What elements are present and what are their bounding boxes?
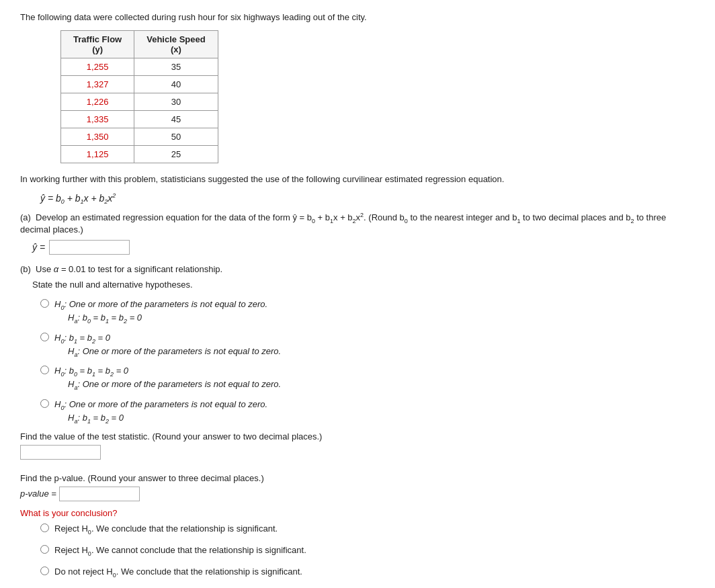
hypothesis-radio-1[interactable]	[40, 299, 49, 308]
p-value-input[interactable]	[59, 487, 140, 501]
conclusion-option-1: Reject H0. We conclude that the relation…	[40, 522, 695, 537]
hypotheses-intro: State the null and alternative hypothese…	[32, 278, 695, 292]
table-cell-x: 50	[134, 128, 218, 146]
hypothesis-ha-4: Ha: b1 = b2 = 0	[68, 413, 267, 425]
part-b-letter: (b)	[20, 264, 31, 274]
hypothesis-radio-2[interactable]	[40, 333, 49, 341]
hypothesis-ha-2: Ha: One or more of the parameters is not…	[68, 346, 281, 358]
table-cell-x: 45	[134, 111, 218, 128]
table-cell-y: 1,335	[61, 111, 134, 128]
table-cell-x: 35	[134, 58, 218, 76]
p-value-row: p-value =	[20, 487, 695, 501]
test-stat-input[interactable]	[20, 445, 101, 460]
table-cell-y: 1,350	[61, 128, 134, 146]
conclusion-radio-1[interactable]	[40, 523, 49, 532]
curvilinear-intro: In working further with this problem, st…	[20, 173, 695, 187]
hypothesis-radio-4[interactable]	[40, 399, 49, 408]
table-cell-x: 30	[134, 93, 218, 111]
conclusion-text-2: Reject H0. We cannot conclude that the r…	[54, 544, 306, 558]
conclusion-option-3: Do not reject H0. We conclude that the r…	[40, 565, 695, 580]
y-hat-row: ŷ =	[32, 240, 695, 255]
conclusion-radio-2[interactable]	[40, 545, 49, 554]
hypothesis-h0-4: H0: One or more of the parameters is not…	[54, 398, 267, 413]
hypothesis-option-3: H0: b0 = b1 = b2 = 0 Ha: One or more of …	[40, 364, 695, 391]
part-a-input[interactable]	[49, 240, 130, 255]
hypothesis-ha-1: Ha: b0 = b1 = b2 = 0	[68, 312, 267, 325]
data-table: Traffic Flow(y) Vehicle Speed(x) 1,25535…	[60, 30, 218, 163]
conclusion-text-1: Reject H0. We conclude that the relation…	[54, 522, 278, 537]
conclusion-radio-3[interactable]	[40, 566, 49, 575]
hypothesis-ha-3: Ha: One or more of the parameters is not…	[68, 379, 281, 391]
p-value-label: Find the p-value. (Round your answer to …	[20, 473, 695, 483]
hypothesis-h0-3: H0: b0 = b1 = b2 = 0	[54, 364, 281, 379]
part-a-letter: (a)	[20, 213, 31, 223]
hypothesis-h0-1: H0: One or more of the parameters is not…	[54, 298, 267, 312]
hypothesis-group: H0: One or more of the parameters is not…	[40, 298, 695, 425]
table-cell-x: 40	[134, 76, 218, 93]
col-header-x: Vehicle Speed(x)	[134, 31, 218, 58]
part-a-label: (a) Develop an estimated regression equa…	[20, 212, 695, 235]
table-cell-y: 1,226	[61, 93, 134, 111]
hypothesis-option-1: H0: One or more of the parameters is not…	[40, 298, 695, 325]
table-cell-x: 25	[134, 146, 218, 163]
hypothesis-option-4: H0: One or more of the parameters is not…	[40, 398, 695, 425]
hypothesis-option-2: H0: b1 = b2 = 0 Ha: One or more of the p…	[40, 331, 695, 358]
conclusion-text-3: Do not reject H0. We conclude that the r…	[54, 565, 302, 580]
table-cell-y: 1,125	[61, 146, 134, 163]
conclusion-label: What is your conclusion?	[20, 508, 695, 518]
p-value-prefix: p-value =	[20, 489, 56, 499]
intro-text: The following data were collected during…	[20, 12, 695, 22]
test-stat-label: Find the value of the test statistic. (R…	[20, 431, 695, 442]
hypothesis-h0-2: H0: b1 = b2 = 0	[54, 331, 281, 346]
conclusion-group: Reject H0. We conclude that the relation…	[40, 522, 695, 588]
y-hat-label: ŷ =	[32, 242, 45, 253]
table-cell-y: 1,255	[61, 58, 134, 76]
col-header-y: Traffic Flow(y)	[61, 31, 134, 58]
part-b-section: (b) Use α = 0.01 to test for a significa…	[20, 264, 695, 588]
table-cell-y: 1,327	[61, 76, 134, 93]
equation-display: ŷ = b0 + b1x + b2x2	[40, 192, 695, 205]
part-b-label: (b) Use α = 0.01 to test for a significa…	[20, 264, 695, 274]
hypothesis-radio-3[interactable]	[40, 366, 49, 374]
conclusion-option-2: Reject H0. We cannot conclude that the r…	[40, 544, 695, 558]
